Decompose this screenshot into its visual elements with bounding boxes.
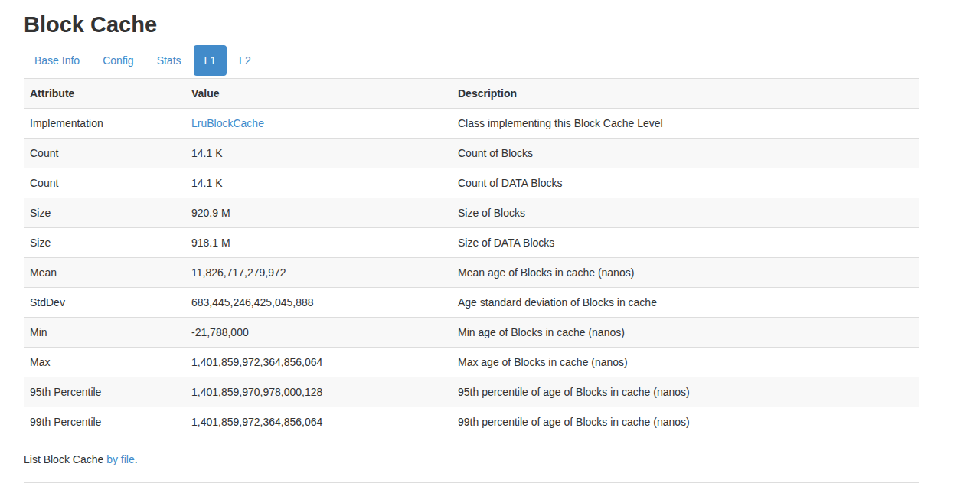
tab-config[interactable]: Config xyxy=(92,45,144,76)
attribute-cell: Max xyxy=(24,348,185,377)
tab-base-info-label[interactable]: Base Info xyxy=(24,45,90,76)
table-row: Max1,401,859,972,364,856,064Max age of B… xyxy=(24,348,919,377)
description-cell: 99th percentile of age of Blocks in cach… xyxy=(452,407,919,437)
attribute-cell: 99th Percentile xyxy=(24,407,185,437)
value-cell: -21,788,000 xyxy=(185,318,452,348)
tab-l2-label[interactable]: L2 xyxy=(228,45,262,76)
table-row: 95th Percentile1,401,859,970,978,000,128… xyxy=(24,377,919,407)
description-cell: Min age of Blocks in cache (nanos) xyxy=(452,318,919,348)
table-row: Mean11,826,717,279,972Mean age of Blocks… xyxy=(24,258,919,288)
block-cache-l1-table: Attribute Value Description Implementati… xyxy=(24,78,919,436)
value-cell: 920.9 M xyxy=(185,198,452,228)
attribute-cell: Size xyxy=(24,198,185,228)
column-header-attribute: Attribute xyxy=(24,79,185,109)
implementation-link[interactable]: LruBlockCache xyxy=(191,117,264,129)
value-cell: 14.1 K xyxy=(185,168,452,198)
bottom-divider xyxy=(24,482,919,483)
block-cache-page: Block Cache Base Info Config Stats L1 L2 xyxy=(0,0,980,503)
tab-l1-label[interactable]: L1 xyxy=(194,45,227,76)
tab-stats-label[interactable]: Stats xyxy=(146,45,192,76)
by-file-link[interactable]: by file xyxy=(106,453,135,465)
list-block-cache-note: List Block Cache by file. xyxy=(24,452,919,467)
value-cell: 14.1 K xyxy=(185,139,452,168)
description-cell: Age standard deviation of Blocks in cach… xyxy=(452,288,919,318)
attribute-cell: Mean xyxy=(24,258,185,288)
description-cell: Max age of Blocks in cache (nanos) xyxy=(452,348,919,377)
attribute-cell: Count xyxy=(24,139,185,168)
description-cell: 95th percentile of age of Blocks in cach… xyxy=(452,377,919,407)
tab-config-label[interactable]: Config xyxy=(92,45,144,76)
value-cell: LruBlockCache xyxy=(185,109,452,139)
value-cell: 1,401,859,970,978,000,128 xyxy=(185,377,452,407)
description-cell: Class implementing this Block Cache Leve… xyxy=(452,109,919,139)
tab-l2[interactable]: L2 xyxy=(228,45,262,76)
attribute-cell: Min xyxy=(24,318,185,348)
description-cell: Size of Blocks xyxy=(452,198,919,228)
tab-base-info[interactable]: Base Info xyxy=(24,45,90,76)
attribute-cell: StdDev xyxy=(24,288,185,318)
column-header-description: Description xyxy=(452,79,919,109)
description-cell: Size of DATA Blocks xyxy=(452,228,919,258)
table-row: Size918.1 MSize of DATA Blocks xyxy=(24,228,919,258)
block-cache-tabs: Base Info Config Stats L1 L2 xyxy=(24,45,919,76)
note-text-after: . xyxy=(135,453,138,465)
attribute-cell: Count xyxy=(24,168,185,198)
attribute-cell: Size xyxy=(24,228,185,258)
value-cell: 683,445,246,425,045,888 xyxy=(185,288,452,318)
table-row: ImplementationLruBlockCacheClass impleme… xyxy=(24,109,919,139)
value-cell: 11,826,717,279,972 xyxy=(185,258,452,288)
table-row: Count14.1 KCount of Blocks xyxy=(24,139,919,168)
description-cell: Mean age of Blocks in cache (nanos) xyxy=(452,258,919,288)
attribute-cell: 95th Percentile xyxy=(24,377,185,407)
value-cell: 1,401,859,972,364,856,064 xyxy=(185,348,452,377)
tab-l1[interactable]: L1 xyxy=(194,45,227,76)
table-row: StdDev683,445,246,425,045,888Age standar… xyxy=(24,288,919,318)
value-cell: 1,401,859,972,364,856,064 xyxy=(185,407,452,437)
description-cell: Count of Blocks xyxy=(452,139,919,168)
value-cell: 918.1 M xyxy=(185,228,452,258)
content-container: Block Cache Base Info Config Stats L1 L2 xyxy=(24,12,919,483)
tab-stats[interactable]: Stats xyxy=(146,45,192,76)
table-row: Min-21,788,000Min age of Blocks in cache… xyxy=(24,318,919,348)
attribute-cell: Implementation xyxy=(24,109,185,139)
column-header-value: Value xyxy=(185,79,452,109)
table-row: Count14.1 KCount of DATA Blocks xyxy=(24,168,919,198)
table-header-row: Attribute Value Description xyxy=(24,79,919,109)
page-title: Block Cache xyxy=(24,12,919,37)
table-row: Size920.9 MSize of Blocks xyxy=(24,198,919,228)
note-text-before: List Block Cache xyxy=(24,453,106,465)
table-row: 99th Percentile1,401,859,972,364,856,064… xyxy=(24,407,919,437)
description-cell: Count of DATA Blocks xyxy=(452,168,919,198)
